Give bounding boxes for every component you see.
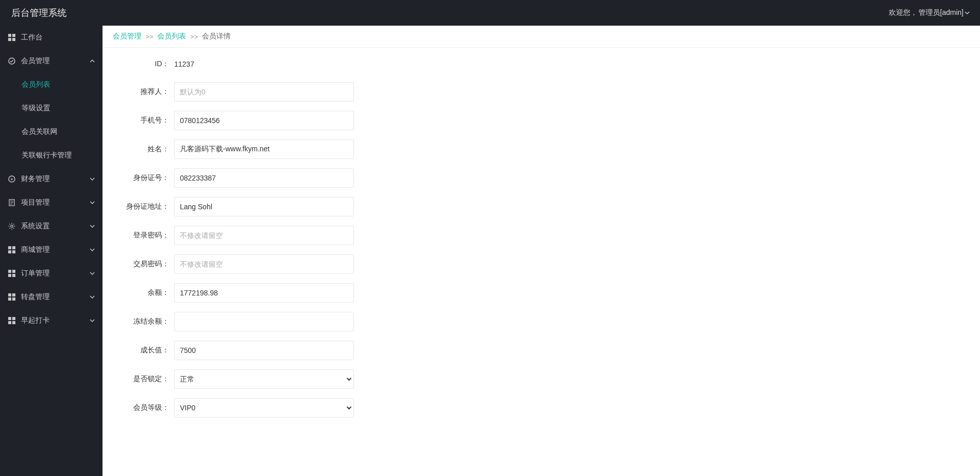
svg-rect-22 <box>8 250 11 253</box>
lock-label: 是否锁定： <box>113 374 174 384</box>
breadcrumb-item-member-mgmt[interactable]: 会员管理 <box>113 32 141 41</box>
sidebar-item-label: 系统设置 <box>21 222 50 231</box>
sidebar-item-label: 早起打卡 <box>21 316 50 325</box>
sidebar-item-shop[interactable]: 商城管理 <box>0 238 103 262</box>
member-detail-form: ID： 11237 推荐人： 手机号： 姓名： <box>103 48 980 447</box>
sidebar-item-member-network[interactable]: 会员关联网 <box>0 120 103 144</box>
svg-point-11 <box>11 225 13 227</box>
svg-line-19 <box>9 228 10 228</box>
lock-select[interactable]: 正常 <box>174 369 354 389</box>
sidebar-item-label: 项目管理 <box>21 198 50 207</box>
loginpwd-label: 登录密码： <box>113 231 174 240</box>
referrer-label: 推荐人： <box>113 87 174 96</box>
idaddr-label: 身份证地址： <box>113 202 174 211</box>
sidebar-item-finance[interactable]: ¥ 财务管理 <box>0 167 103 191</box>
gear-icon <box>8 223 16 230</box>
chevron-down-icon <box>90 294 95 300</box>
sidebar-submenu-member: 会员列表 等级设置 会员关联网 关联银行卡管理 <box>0 73 103 167</box>
breadcrumb-item-member-list[interactable]: 会员列表 <box>157 32 186 41</box>
balance-label: 余额： <box>113 288 174 298</box>
loginpwd-input[interactable] <box>174 226 354 245</box>
referrer-input[interactable] <box>174 82 354 102</box>
sidebar-item-label: 会员关联网 <box>22 127 57 136</box>
svg-rect-20 <box>8 246 11 249</box>
phone-label: 手机号： <box>113 116 174 125</box>
svg-rect-26 <box>8 274 11 277</box>
growth-input[interactable] <box>174 341 354 360</box>
svg-rect-3 <box>12 38 15 41</box>
txnpwd-label: 交易密码： <box>113 260 174 269</box>
svg-rect-32 <box>8 317 11 320</box>
sidebar-item-dashboard[interactable]: 工作台 <box>0 26 103 49</box>
name-input[interactable] <box>174 140 354 159</box>
chevron-down-icon <box>965 9 970 17</box>
frozen-input[interactable] <box>174 312 354 331</box>
sidebar-item-label: 财务管理 <box>21 174 50 184</box>
welcome-text: 欢迎您， <box>889 8 917 17</box>
chevron-down-icon <box>90 176 95 182</box>
circle-icon: ¥ <box>8 175 16 183</box>
breadcrumb-item-member-detail: 会员详情 <box>202 32 231 41</box>
sidebar-item-member-list[interactable]: 会员列表 <box>0 73 103 96</box>
idcard-input[interactable] <box>174 168 354 188</box>
grid-icon <box>8 270 16 277</box>
grid-icon <box>8 293 16 301</box>
user-label: 管理员[admin] <box>918 8 964 17</box>
chevron-down-icon <box>90 318 95 323</box>
sidebar-item-wheel[interactable]: 转盘管理 <box>0 285 103 309</box>
breadcrumb-separator: >> <box>146 33 153 41</box>
chevron-down-icon <box>90 224 95 229</box>
level-label: 会员等级： <box>113 403 174 412</box>
breadcrumb-separator: >> <box>190 33 198 41</box>
chevron-up-icon <box>90 58 95 64</box>
level-select[interactable]: VIP0 <box>174 398 354 418</box>
sidebar-item-label: 关联银行卡管理 <box>22 151 72 160</box>
app-title: 后台管理系统 <box>11 7 67 19</box>
sidebar-item-project[interactable]: 项目管理 <box>0 191 103 214</box>
svg-text:¥: ¥ <box>10 177 13 182</box>
svg-rect-28 <box>8 293 11 296</box>
txnpwd-input[interactable] <box>174 254 354 274</box>
phone-input[interactable] <box>174 111 354 130</box>
svg-rect-30 <box>8 298 11 301</box>
sidebar-item-system[interactable]: 系统设置 <box>0 214 103 238</box>
idaddr-input[interactable] <box>174 197 354 216</box>
svg-rect-0 <box>8 34 11 37</box>
svg-rect-35 <box>12 321 15 324</box>
chevron-down-icon <box>90 247 95 252</box>
svg-line-17 <box>13 228 14 228</box>
user-menu[interactable]: 欢迎您， 管理员[admin] <box>889 8 970 17</box>
id-value: 11237 <box>174 55 194 73</box>
sidebar-item-level-settings[interactable]: 等级设置 <box>0 96 103 120</box>
svg-rect-2 <box>8 38 11 41</box>
svg-rect-29 <box>12 293 15 296</box>
sidebar-item-bankcard-mgmt[interactable]: 关联银行卡管理 <box>0 144 103 167</box>
svg-rect-23 <box>12 250 15 253</box>
name-label: 姓名： <box>113 145 174 154</box>
sidebar-item-member[interactable]: 会员管理 <box>0 49 103 73</box>
chevron-down-icon <box>90 271 95 276</box>
sidebar-item-label: 转盘管理 <box>21 292 50 302</box>
svg-line-16 <box>9 224 10 224</box>
sidebar-item-label: 商城管理 <box>21 245 50 254</box>
sidebar-item-label: 会员列表 <box>22 80 50 89</box>
svg-line-18 <box>13 224 14 224</box>
sidebar-item-checkin[interactable]: 早起打卡 <box>0 309 103 332</box>
svg-rect-1 <box>12 34 15 37</box>
svg-rect-21 <box>12 246 15 249</box>
frozen-label: 冻结余额： <box>113 317 174 326</box>
balance-input[interactable] <box>174 283 354 303</box>
svg-rect-33 <box>12 317 15 320</box>
sidebar-item-label: 订单管理 <box>21 269 50 278</box>
circle-icon <box>8 57 16 65</box>
sidebar-item-label: 工作台 <box>21 33 43 42</box>
svg-rect-34 <box>8 321 11 324</box>
doc-icon <box>8 199 16 206</box>
svg-rect-25 <box>12 270 15 273</box>
svg-rect-24 <box>8 270 11 273</box>
idcard-label: 身份证号： <box>113 173 174 183</box>
main-content: 会员管理 >> 会员列表 >> 会员详情 ID： 11237 推荐人： 手机号： <box>103 26 980 476</box>
sidebar: 工作台 会员管理 会员列表 等级设置 会员关联网 关联银行卡管理 <box>0 26 103 476</box>
sidebar-item-order[interactable]: 订单管理 <box>0 262 103 285</box>
growth-label: 成长值： <box>113 346 174 355</box>
